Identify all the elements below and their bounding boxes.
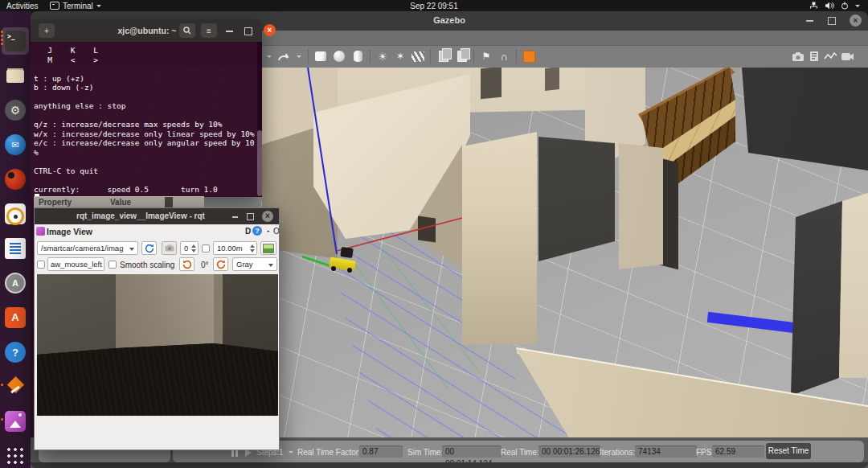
new-tab-button[interactable]: + bbox=[39, 23, 55, 38]
cylinder-icon[interactable] bbox=[350, 49, 365, 64]
search-button[interactable] bbox=[179, 23, 195, 38]
paste-icon[interactable] bbox=[455, 49, 469, 64]
topic-combobox[interactable]: /smartcar/camera1/imag bbox=[37, 241, 138, 255]
save-image-button[interactable] bbox=[162, 241, 177, 255]
mouse-topic-value: aw_mouse_left bbox=[51, 260, 102, 269]
dynamic-range-checkbox[interactable] bbox=[202, 244, 210, 252]
rqt-window: rqt_image_view__ImageView - rqt × Image … bbox=[34, 207, 280, 450]
volume-icon bbox=[825, 2, 834, 10]
rtf-label: Real Time Factor: bbox=[297, 448, 361, 457]
spin-down-icon[interactable] bbox=[250, 249, 255, 252]
plot-icon[interactable] bbox=[822, 49, 838, 64]
plugin-help-button[interactable]: ? bbox=[252, 226, 262, 236]
rqt-maximize-button[interactable] bbox=[247, 213, 254, 220]
spot-light-icon[interactable]: ✶ bbox=[393, 49, 407, 64]
directional-light-icon[interactable] bbox=[410, 49, 425, 64]
rotate-left-button[interactable] bbox=[179, 257, 194, 271]
dock-libreoffice-startcenter-icon[interactable]: A bbox=[5, 273, 26, 294]
topic-combobox-value: /smartcar/camera1/imag bbox=[41, 244, 123, 252]
dock: >_ ⚙ ✉ A A ? bbox=[0, 11, 31, 468]
video-record-icon[interactable] bbox=[839, 49, 855, 64]
screenshot-icon[interactable] bbox=[790, 49, 806, 64]
dock-rhythmbox-icon[interactable] bbox=[5, 203, 26, 224]
copy-icon[interactable] bbox=[436, 49, 451, 64]
zoom-spinbox[interactable]: 0 bbox=[180, 241, 199, 255]
dock-ubuntu-software-icon[interactable]: A bbox=[5, 307, 26, 328]
terminal-menu-button[interactable]: ≡ bbox=[201, 23, 217, 38]
terminal-close-button[interactable]: × bbox=[264, 24, 276, 36]
terminal-maximize-button[interactable] bbox=[244, 27, 252, 35]
rotation-angle-label: 0° bbox=[201, 261, 209, 269]
smooth-scaling-label: Smooth scaling bbox=[120, 261, 174, 269]
system-tray[interactable] bbox=[809, 0, 860, 11]
mouse-topic-field[interactable]: aw_mouse_left bbox=[47, 257, 104, 271]
network-icon bbox=[809, 2, 818, 10]
gazebo-minimize-button[interactable] bbox=[806, 20, 813, 22]
terminal-title: xjc@ubuntu: ~ bbox=[103, 26, 191, 35]
dock-help-icon[interactable]: ? bbox=[5, 342, 26, 363]
dock-gazebo-icon[interactable] bbox=[5, 376, 26, 397]
spin-up-icon[interactable] bbox=[250, 244, 255, 248]
undo-menu-icon[interactable] bbox=[266, 49, 272, 64]
rtf-value: 0.87 bbox=[359, 445, 403, 458]
dock-files-icon[interactable] bbox=[5, 65, 26, 86]
iterations-value: 74134 bbox=[635, 445, 697, 458]
smartcar-wheel-front bbox=[331, 266, 336, 271]
sphere-icon[interactable] bbox=[332, 49, 346, 64]
redo-icon[interactable] bbox=[274, 49, 293, 64]
dock-terminal-icon[interactable]: >_ bbox=[5, 31, 26, 51]
spin-up-icon[interactable] bbox=[191, 244, 196, 248]
fps-label: FPS: bbox=[696, 448, 714, 457]
snap-magnet-icon[interactable]: ∩ bbox=[497, 49, 511, 64]
reset-time-button[interactable]: Reset Time bbox=[766, 443, 811, 459]
dock-image-viewer-icon[interactable] bbox=[5, 411, 26, 432]
colormap-combobox[interactable]: Gray bbox=[232, 257, 277, 271]
terminal-scrollbar-thumb[interactable] bbox=[257, 130, 262, 196]
building-editor-icon[interactable] bbox=[522, 49, 536, 64]
log-record-icon[interactable] bbox=[807, 49, 821, 64]
image-view-plugin-title: Image View bbox=[47, 227, 92, 236]
plugin-close-button[interactable]: O bbox=[273, 227, 280, 236]
terminal-titlebar[interactable]: + xjc@ubuntu: ~ ≡ × bbox=[31, 19, 262, 43]
running-dot bbox=[1, 43, 3, 45]
image-options-button[interactable] bbox=[260, 241, 276, 255]
sim-time-label: Sim Time: bbox=[407, 448, 443, 457]
clock[interactable]: Sep 22 09:51 bbox=[0, 0, 868, 11]
rqt-minimize-button[interactable] bbox=[232, 216, 238, 218]
align-icon[interactable]: ⚑ bbox=[479, 49, 493, 64]
gazebo-maximize-button[interactable] bbox=[828, 17, 836, 25]
max-range-spinbox[interactable]: 10.00m bbox=[213, 241, 257, 255]
gazebo-close-button[interactable]: × bbox=[850, 14, 862, 27]
iterations-label: Iterations: bbox=[600, 448, 635, 457]
plugin-minimize-button[interactable]: - bbox=[267, 226, 269, 235]
smooth-scaling-checkbox[interactable] bbox=[108, 261, 117, 269]
refresh-topics-button[interactable] bbox=[141, 241, 157, 255]
publish-click-checkbox[interactable] bbox=[37, 261, 45, 269]
rqt-titlebar[interactable]: rqt_image_view__ImageView - rqt × bbox=[35, 208, 279, 224]
dock-thunderbird-icon[interactable]: ✉ bbox=[5, 134, 26, 155]
box-icon[interactable] bbox=[313, 49, 328, 64]
dock-libreoffice-writer-icon[interactable] bbox=[5, 238, 26, 259]
dock-show-applications-icon[interactable] bbox=[5, 445, 24, 465]
system-topbar: Activities Terminal Sep 22 09:51 bbox=[0, 0, 868, 11]
terminal-minimize-button[interactable] bbox=[226, 31, 233, 32]
rqt-window-title: rqt_image_view__ImageView - rqt bbox=[35, 211, 247, 220]
dock-ladybug-icon[interactable] bbox=[5, 169, 26, 190]
running-dot bbox=[1, 35, 3, 37]
terminal-body[interactable]: J K L M < > t : up (+z) b : down (-z) an… bbox=[31, 42, 262, 197]
camera-image-view[interactable] bbox=[37, 274, 278, 416]
terminal-output: J K L M < > t : up (+z) b : down (-z) an… bbox=[31, 42, 262, 198]
point-light-icon[interactable]: ☀ bbox=[375, 49, 390, 64]
rqt-close-button[interactable]: × bbox=[262, 211, 273, 222]
plugin-settings-button[interactable]: D bbox=[245, 227, 251, 236]
rotate-right-button[interactable] bbox=[213, 257, 228, 271]
smartcar-camera bbox=[340, 247, 354, 258]
dock-settings-icon[interactable]: ⚙ bbox=[5, 100, 26, 121]
redo-menu-icon[interactable] bbox=[296, 49, 302, 64]
image-thumbnail-icon bbox=[263, 244, 274, 253]
terminal-scrollbar[interactable] bbox=[257, 42, 262, 197]
fps-value: 62.59 bbox=[712, 445, 764, 458]
spin-down-icon[interactable] bbox=[191, 249, 196, 252]
steps-dropdown-icon[interactable] bbox=[289, 451, 293, 454]
image-view-plugin-icon bbox=[36, 227, 45, 236]
